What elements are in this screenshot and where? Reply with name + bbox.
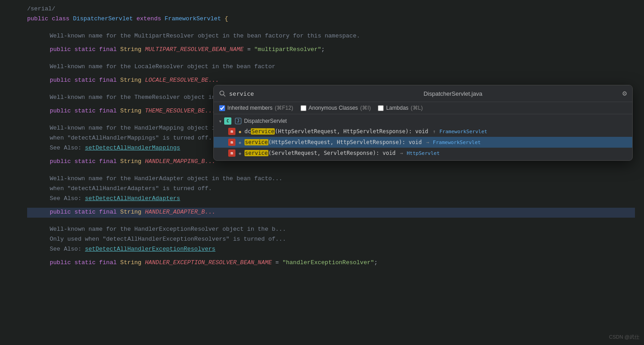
method-icon-1: m [228,128,235,135]
filter-lambdas-label: Lambdas [386,105,408,111]
autocomplete-popup: DispatcherServlet.java ⚙ Inherited membe… [213,85,633,161]
filter-lambdas-shortcut: (⌘L) [411,105,423,111]
filter-inherited-shortcut: (⌘F12) [275,105,293,111]
search-input[interactable] [229,90,283,97]
filter-anonymous[interactable]: Anonymous Classes (⌘I) [301,105,371,111]
visibility-icon-1: ◆ [237,129,243,134]
tree-group-header[interactable]: ▾ C J DispatcherServlet [214,116,632,126]
popup-header: DispatcherServlet.java ⚙ [214,85,632,102]
method-name-2: service(HttpServletRequest, HttpServletR… [244,139,422,145]
parent-class-2: FrameworkServlet [433,140,481,145]
arrow-3: → [400,150,403,156]
watermark: CSDN @武仕 [609,334,639,340]
parent-class-3: HttpServlet [407,150,440,156]
tree-item-dcservice[interactable]: m ◆ dcService(HttpServletRequest, HttpSe… [214,126,632,137]
comment-line-6: Well-known name for the HandlerException… [27,225,635,235]
comment-line-5b: when "detectAllHandlerAdapters" is turne… [27,184,635,194]
arrow-2: → [426,140,429,145]
multipart-resolver-field: public static final String MULTIPART_RES… [27,45,635,55]
filter-inherited-label: Inherited members [227,105,273,111]
comment-line-1: Well-known name for the MultipartResolve… [27,32,635,42]
visibility-icon-2: ◈ [237,140,243,145]
search-icon [219,90,226,97]
class-name-framework: FrameworkServlet [165,14,221,24]
path-header: /serial/ [27,5,635,14]
popup-tree: ▾ C J DispatcherServlet m ◆ dcService(Ht… [214,114,632,160]
tree-group-class-name: DispatcherServlet [244,118,287,124]
settings-icon[interactable]: ⚙ [622,89,627,98]
handler-exception-resolver-field: public static final String HANDLER_EXCEP… [27,258,635,268]
class-name-dispatcher: DispatcherServlet [73,14,133,24]
method-icon-2: m [228,139,235,146]
tree-item-service-2[interactable]: m ◈ service(ServletRequest, ServletRespo… [214,148,632,159]
code-editor: /serial/ public class DispatcherServlet … [0,0,644,345]
method-icon-3: m [228,149,235,157]
filter-lambdas[interactable]: Lambdas (⌘L) [378,105,423,111]
lambdas-checkbox[interactable] [378,105,384,111]
filter-anonymous-shortcut: (⌘I) [360,105,371,111]
comment-line-6b: Only used when "detectAllHandlerExceptio… [27,235,635,245]
class-icon: C [224,117,231,125]
filter-inherited[interactable]: Inherited members (⌘F12) [219,105,293,111]
keyword-extends: extends [136,14,161,24]
class-declaration: public class DispatcherServlet extends F… [27,14,635,24]
parent-class-1: FrameworkServlet [439,129,487,135]
chevron-down-icon: ▾ [219,119,221,124]
anonymous-checkbox[interactable] [301,105,306,111]
filter-anonymous-label: Anonymous Classes [309,105,358,111]
see-also-5: See Also: setDetectAllHandlerAdapters [27,194,635,204]
popup-filters: Inherited members (⌘F12) Anonymous Class… [214,102,632,114]
file-path: /serial/ [27,5,55,14]
comment-line-2: Well-known name for the LocaleResolver o… [27,62,635,72]
locale-resolver-field: public static final String LOCALE_RESOLV… [27,76,635,86]
popup-title: DispatcherServlet.java [287,90,619,97]
see-also-6: See Also: setDetectAllHandlerExceptionRe… [27,245,635,255]
handler-adapter-field: public static final String HANDLER_ADAPT… [27,208,635,218]
comment-line-5: Well-known name for the HandlerAdapter o… [27,174,635,184]
tree-item-service-1[interactable]: m ◈ service(HttpServletRequest, HttpServ… [214,137,632,148]
inherited-checkbox[interactable] [219,105,225,111]
arrow-1: ↑ [433,129,436,135]
keyword-public: public [27,14,48,24]
keyword-class: class [52,14,70,24]
file-icon: J [235,118,241,124]
method-name-3: service(ServletRequest, ServletResponse)… [244,150,395,156]
method-name-1: dcService(HttpServletRequest, HttpServle… [244,128,428,135]
open-brace: { [221,14,228,24]
visibility-icon-3: ◈ [237,151,243,156]
svg-line-1 [224,95,226,97]
